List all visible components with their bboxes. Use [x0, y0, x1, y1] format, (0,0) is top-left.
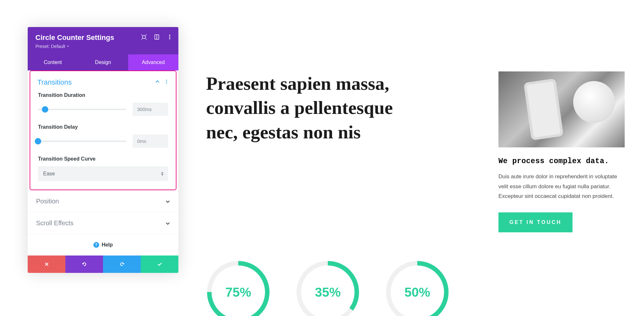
chevron-down-icon [67, 45, 69, 48]
panel-footer [28, 256, 178, 273]
speed-curve-value: Ease [43, 171, 55, 176]
delay-input[interactable]: 0ms [133, 135, 168, 148]
svg-point-3 [169, 35, 170, 36]
close-icon [44, 261, 50, 267]
transitions-section: Transitions Transition Duration 300 [30, 70, 176, 190]
svg-point-4 [169, 36, 170, 38]
svg-rect-0 [143, 36, 146, 39]
delay-label: Transition Delay [38, 124, 168, 130]
undo-button[interactable] [65, 256, 103, 273]
circle-value-3: 50% [404, 285, 430, 299]
hero-line-1: Praesent sapien massa, [206, 71, 479, 96]
svg-point-6 [166, 80, 167, 81]
duration-slider-thumb[interactable] [42, 106, 48, 113]
sidebar-text: Duis aute irure dolor in reprehenderit i… [498, 172, 625, 201]
undo-icon [81, 261, 87, 267]
transition-duration-control: Transition Duration 300ms [30, 92, 176, 124]
position-section-toggle[interactable]: Position [28, 190, 178, 212]
kebab-menu-icon[interactable] [167, 34, 173, 40]
circle-value-1: 75% [225, 285, 251, 299]
select-arrows-icon [161, 172, 164, 176]
hero-line-3: nec, egestas non nis [206, 120, 479, 144]
speed-curve-select[interactable]: Ease [38, 166, 168, 181]
settings-panel: Circle Counter Settings Preset: Default … [28, 27, 178, 273]
sidebar-title: We process complex data. [498, 157, 625, 165]
help-button[interactable]: ? Help [28, 234, 178, 256]
cta-button[interactable]: GET IN TOUCH [498, 212, 573, 232]
preset-selector[interactable]: Preset: Default [35, 44, 69, 49]
scroll-effects-section-toggle[interactable]: Scroll Effects [28, 212, 178, 234]
sidebar-column: We process complex data. Duis aute irure… [498, 71, 625, 232]
tab-design[interactable]: Design [78, 54, 128, 70]
redo-button[interactable] [103, 256, 141, 273]
responsive-icon[interactable] [154, 34, 160, 40]
sidebar-image [498, 71, 625, 147]
help-label: Help [102, 242, 113, 248]
page-preview: Praesent sapien massa, convallis a pelle… [206, 71, 625, 316]
chevron-down-icon [166, 199, 170, 204]
settings-tabs: Content Design Advanced [28, 54, 178, 70]
duration-label: Transition Duration [38, 92, 168, 98]
tab-advanced[interactable]: Advanced [128, 54, 178, 70]
panel-header: Circle Counter Settings Preset: Default [28, 27, 178, 54]
position-label: Position [36, 198, 59, 205]
check-icon [157, 261, 163, 267]
transitions-title: Transitions [37, 78, 72, 87]
redo-icon [119, 261, 125, 267]
delay-slider[interactable] [38, 141, 126, 142]
duration-input[interactable]: 300ms [133, 103, 168, 116]
expand-icon[interactable] [141, 34, 147, 40]
help-icon: ? [93, 242, 99, 248]
circle-counter-3: 50% Duis Aute Irure [385, 260, 450, 316]
section-options-icon[interactable] [164, 79, 169, 85]
svg-point-7 [166, 81, 167, 82]
tab-content[interactable]: Content [28, 54, 78, 70]
scroll-effects-label: Scroll Effects [36, 219, 73, 227]
circle-counters-row: 75% Duis Aute Irure 35% Duis Aute Irure … [206, 260, 625, 316]
hero-line-2: convallis a pellentesque [206, 96, 479, 120]
collapse-icon[interactable] [155, 79, 160, 85]
transition-speed-curve-control: Transition Speed Curve Ease [30, 156, 176, 190]
speed-curve-label: Transition Speed Curve [38, 156, 168, 162]
circle-counter-2: 35% Duis Aute Irure [296, 260, 360, 316]
save-button[interactable] [141, 256, 178, 273]
preset-label: Preset: Default [35, 44, 65, 49]
close-button[interactable] [28, 256, 65, 273]
svg-point-8 [166, 83, 167, 84]
duration-slider[interactable] [38, 109, 126, 110]
hero-heading: Praesent sapien massa, convallis a pelle… [206, 71, 479, 232]
circle-counter-1: 75% Duis Aute Irure [206, 260, 270, 316]
chevron-down-icon [166, 221, 170, 226]
transition-delay-control: Transition Delay 0ms [30, 124, 176, 156]
delay-slider-thumb[interactable] [35, 138, 41, 144]
circle-value-2: 35% [315, 285, 341, 299]
svg-point-5 [169, 38, 170, 40]
